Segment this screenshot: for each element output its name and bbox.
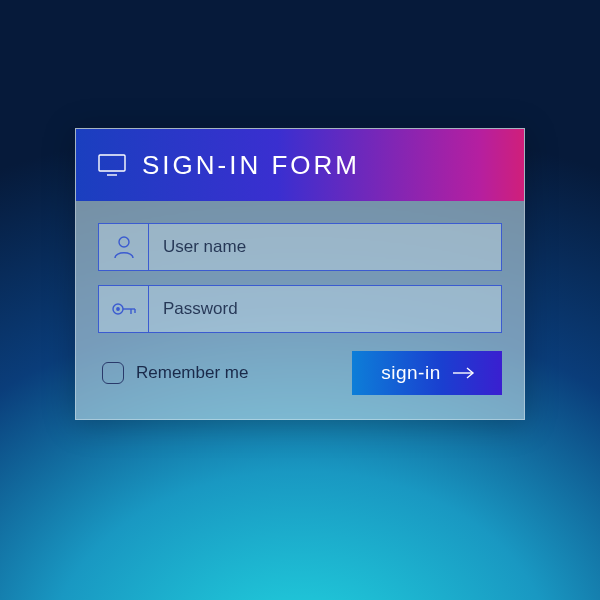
card-header: SIGN-IN FORM [76,129,524,201]
signin-card: SIGN-IN FORM [75,128,525,420]
signin-button-label: sign-in [381,362,440,384]
card-title: SIGN-IN FORM [142,150,360,181]
password-input[interactable] [149,286,501,332]
arrow-right-icon [453,367,475,379]
username-input[interactable] [149,224,501,270]
remember-me-checkbox[interactable]: Remember me [102,362,248,384]
user-icon [99,224,149,270]
card-body: Remember me sign-in [76,201,524,419]
svg-point-2 [119,237,129,247]
signin-button[interactable]: sign-in [352,351,502,395]
svg-rect-0 [99,155,125,171]
remember-me-label: Remember me [136,363,248,383]
checkbox-box[interactable] [102,362,124,384]
svg-point-4 [116,308,118,310]
monitor-icon [98,154,126,176]
key-icon [99,286,149,332]
password-field[interactable] [98,285,502,333]
username-field[interactable] [98,223,502,271]
form-footer: Remember me sign-in [98,351,502,395]
